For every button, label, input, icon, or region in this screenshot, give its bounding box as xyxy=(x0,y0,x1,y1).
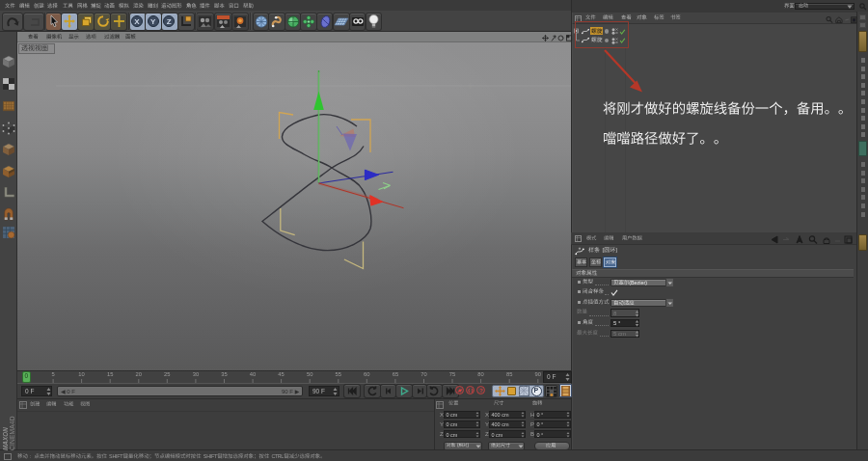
svg-text:): ) xyxy=(468,443,470,447)
svg-text:?: ? xyxy=(479,388,483,393)
svg-text::: : xyxy=(30,453,32,459)
svg-text:CTRL: CTRL xyxy=(271,453,284,459)
svg-text:SHIFT: SHIFT xyxy=(203,453,218,459)
svg-text:]: ] xyxy=(615,247,617,253)
svg-text:[: [ xyxy=(602,247,604,253)
svg-text:(: ( xyxy=(457,443,459,447)
svg-text:SHIFT: SHIFT xyxy=(109,453,123,459)
svg-text:(Bezier): (Bezier) xyxy=(629,280,647,285)
